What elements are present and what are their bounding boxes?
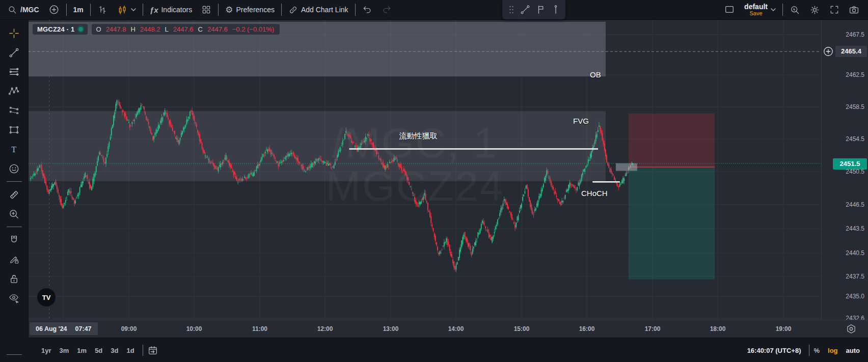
- hide-drawings-button[interactable]: [5, 288, 24, 308]
- go-to-date-button[interactable]: [147, 345, 158, 356]
- time-tick: 10:00: [186, 325, 202, 332]
- floating-drawing-toolbar[interactable]: [502, 0, 565, 19]
- compare-add-symbol-button[interactable]: [44, 2, 64, 17]
- fullscreen-button[interactable]: [825, 2, 844, 17]
- top-toolbar: /MGC 1m ƒx Indicators ⚙ Preferences: [0, 0, 868, 20]
- fib-lines-button[interactable]: [5, 62, 24, 81]
- svg-text:T: T: [11, 145, 16, 154]
- ruler-icon: [8, 189, 20, 201]
- chart-settings-button[interactable]: [805, 2, 825, 17]
- chevron-down-icon: [131, 8, 136, 12]
- save-layout-label[interactable]: Save: [750, 11, 763, 17]
- pattern-tool-button[interactable]: [5, 81, 24, 101]
- drag-handle-icon[interactable]: [508, 5, 514, 15]
- add-alert-icon[interactable]: [823, 46, 834, 57]
- lock-drawings-button[interactable]: [5, 269, 24, 288]
- alert-price-label[interactable]: 2465.4: [835, 46, 867, 57]
- price-tick: 2440.5: [846, 249, 864, 257]
- trend-line-icon: [8, 47, 20, 59]
- range-1m-button[interactable]: 1m: [73, 345, 91, 356]
- shapes-button[interactable]: [5, 120, 24, 140]
- crosshair-date: 06 Aug '24: [36, 325, 67, 332]
- horizontal-lines-icon: [8, 66, 20, 78]
- trend-line-tool-icon[interactable]: [520, 4, 531, 15]
- bar-style-candles-button[interactable]: [113, 2, 141, 17]
- redo-button[interactable]: [377, 2, 396, 17]
- preferences-button[interactable]: ⚙ Preferences: [221, 2, 279, 17]
- time-tick: 15:00: [514, 325, 530, 332]
- range-3d-button[interactable]: 3d: [106, 345, 122, 356]
- templates-button[interactable]: [197, 2, 216, 17]
- toolbar-divider: [66, 4, 67, 16]
- percent-scale-toggle[interactable]: %: [813, 347, 820, 354]
- chevron-down-icon: [771, 8, 776, 12]
- crosshair-date-label: 06 Aug '24 07:47: [30, 322, 98, 335]
- indicators-button[interactable]: ƒx Indicators: [145, 2, 197, 17]
- toolbar-divider: [281, 4, 282, 16]
- time-tick: 09:00: [121, 325, 137, 332]
- tradingview-logo[interactable]: TV: [37, 288, 56, 307]
- position-flag-tool-icon[interactable]: [536, 4, 547, 15]
- close-value: 2447.6: [207, 25, 228, 33]
- range-1yr-button[interactable]: 1yr: [37, 345, 56, 356]
- order-block-label[interactable]: OB: [590, 70, 601, 79]
- fx-icon: ƒx: [150, 6, 158, 14]
- axis-settings-button[interactable]: [846, 323, 857, 336]
- text-tool-icon: T: [8, 144, 20, 155]
- auto-scale-toggle[interactable]: auto: [846, 347, 860, 354]
- open-value: 2447.8: [106, 25, 126, 33]
- tradingview-window: /MGC 1m ƒx Indicators ⚙ Preferences: [0, 0, 868, 362]
- zoom-in-button[interactable]: [5, 204, 24, 224]
- candlestick-chart[interactable]: /MGC, 1MGCZ24: [28, 19, 821, 320]
- close-label: C: [198, 25, 203, 33]
- bar-style-bars-button[interactable]: [93, 2, 113, 17]
- fvg-label[interactable]: FVG: [573, 117, 589, 125]
- market-status-icon[interactable]: [78, 27, 83, 32]
- time-tick: 18:00: [710, 325, 726, 332]
- projection-tool-button[interactable]: [5, 101, 24, 120]
- toolbar-divider: [143, 345, 143, 356]
- time-tick: 11:00: [252, 325, 267, 332]
- text-tool-button[interactable]: T: [5, 140, 24, 159]
- xabcd-pattern-icon: [8, 86, 20, 97]
- price-marker-tool-icon[interactable]: [552, 4, 559, 15]
- legend-symbol: MGCZ24 · 1: [37, 25, 75, 33]
- range-3m-button[interactable]: 3m: [56, 345, 73, 356]
- left-drawing-toolbar: T: [0, 19, 29, 362]
- range-1d-button[interactable]: 1d: [122, 345, 138, 356]
- drawing-mode-button[interactable]: [5, 249, 24, 269]
- crosshair-tool-button[interactable]: [5, 23, 24, 43]
- high-value: 2448.2: [140, 25, 160, 33]
- hexagon-settings-icon: [846, 323, 857, 335]
- price-tick: 2437.5: [846, 273, 864, 280]
- liquidity-grab-label[interactable]: 流動性獵取: [385, 131, 452, 141]
- trend-line-button[interactable]: [5, 43, 24, 62]
- magnet-mode-button[interactable]: [5, 230, 24, 249]
- symbol-search-button[interactable]: /MGC: [3, 2, 44, 17]
- bottom-toolbar: 1yr 3m 1m 5d 3d 1d 16:40:07 (UTC+8) % lo…: [28, 338, 868, 362]
- price-tick: 2458.5: [846, 103, 864, 110]
- legend-symbol-pill[interactable]: MGCZ24 · 1: [33, 24, 88, 35]
- measure-tool-button[interactable]: [5, 185, 24, 204]
- add-chart-link-label: Add Chart Link: [301, 6, 348, 14]
- interval-button[interactable]: 1m: [69, 2, 88, 17]
- range-5d-button[interactable]: 5d: [91, 345, 106, 356]
- layout-menu-button[interactable]: default Save: [740, 2, 780, 17]
- chart-pane[interactable]: /MGC, 1MGCZ24 MGCZ24 · 1 O2447.8 H2448.2…: [28, 19, 821, 320]
- toolbar-divider: [218, 4, 219, 16]
- layout-panel-button[interactable]: [719, 2, 740, 17]
- quick-search-button[interactable]: [785, 2, 805, 17]
- price-axis[interactable]: 2465.4 2451.5 2467.52462.52458.52454.524…: [821, 19, 868, 320]
- snapshot-button[interactable]: [844, 2, 864, 17]
- undo-button[interactable]: [358, 2, 377, 17]
- time-tick: 17:00: [645, 325, 661, 332]
- redo-icon: [382, 5, 392, 15]
- clock-display[interactable]: 16:40:07 (UTC+8): [747, 347, 801, 354]
- emoji-tool-button[interactable]: [5, 159, 24, 178]
- add-chart-link-button[interactable]: Add Chart Link: [284, 2, 353, 17]
- log-scale-toggle[interactable]: log: [828, 347, 838, 354]
- layout-name-label: default: [744, 3, 768, 11]
- choch-label[interactable]: CHoCH: [581, 189, 608, 198]
- svg-text:MGCZ24: MGCZ24: [326, 163, 505, 209]
- time-axis[interactable]: 06 Aug '24 07:47 09:0010:0011:0012:0013:…: [28, 320, 868, 338]
